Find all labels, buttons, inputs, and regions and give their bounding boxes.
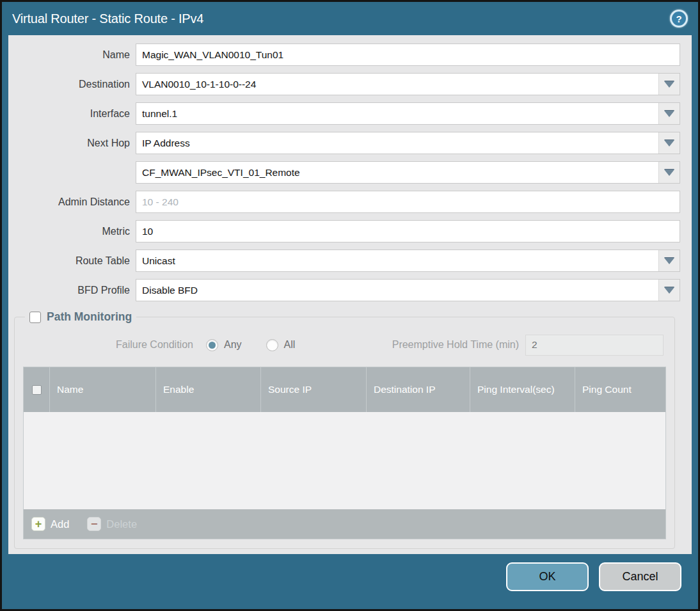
table-body-empty: [24, 412, 665, 509]
next-hop-address-dropdown-button[interactable]: [658, 162, 680, 183]
next-hop-label: Next Hop: [8, 138, 136, 149]
radio-icon: [206, 339, 218, 351]
interface-row: Interface tunnel.1: [8, 102, 680, 125]
failure-condition-any-radio[interactable]: Any: [206, 339, 242, 351]
metric-input[interactable]: [136, 220, 680, 242]
minus-icon: −: [87, 517, 101, 531]
name-label: Name: [8, 49, 136, 61]
dialog-titlebar: Virtual Router - Static Route - IPv4 ?: [2, 2, 698, 35]
next-hop-address-row: CF_MWAN_IPsec_VTI_01_Remote: [8, 161, 680, 184]
column-header-source-ip: Source IP: [260, 367, 366, 412]
add-button[interactable]: + Add: [31, 517, 69, 531]
column-header-ping-interval: Ping Interval(sec): [470, 367, 575, 412]
chevron-down-icon: [664, 287, 674, 294]
bfd-profile-label: BFD Profile: [8, 285, 136, 296]
help-icon[interactable]: ?: [670, 10, 688, 28]
path-monitoring-title: Path Monitoring: [47, 310, 132, 324]
interface-select[interactable]: tunnel.1: [136, 102, 680, 125]
add-button-label: Add: [51, 518, 69, 530]
column-header-ping-count: Ping Count: [575, 367, 665, 412]
plus-icon: +: [31, 517, 45, 531]
path-monitoring-checkbox[interactable]: [29, 312, 41, 323]
column-header-enable: Enable: [155, 367, 260, 412]
bfd-profile-dropdown-button[interactable]: [658, 280, 680, 301]
metric-label: Metric: [8, 226, 136, 237]
dialog-footer: OK Cancel: [2, 554, 698, 609]
chevron-down-icon: [664, 140, 674, 147]
route-table-label: Route Table: [8, 255, 136, 267]
column-header-destination-ip: Destination IP: [366, 367, 470, 412]
radio-icon: [266, 339, 278, 351]
select-all-header-cell: [24, 367, 49, 412]
select-all-checkbox[interactable]: [32, 385, 42, 395]
route-table-dropdown-button[interactable]: [658, 250, 680, 271]
destination-dropdown-button[interactable]: [658, 74, 680, 95]
interface-dropdown-button[interactable]: [658, 103, 680, 124]
name-input[interactable]: [136, 44, 680, 66]
metric-row: Metric: [8, 220, 680, 242]
route-table-row: Route Table Unicast: [8, 250, 680, 272]
failure-condition-row: Failure Condition Any All Preemptive Hol…: [116, 334, 664, 356]
failure-condition-all-radio[interactable]: All: [266, 339, 296, 351]
admin-distance-input[interactable]: [136, 191, 680, 213]
delete-button-label: Delete: [106, 518, 137, 530]
path-monitoring-table: Name Enable Source IP Destination IP Pin…: [23, 367, 666, 539]
route-table-value: Unicast: [136, 250, 658, 271]
admin-distance-label: Admin Distance: [8, 196, 136, 208]
delete-button[interactable]: − Delete: [87, 517, 137, 531]
next-hop-value: IP Address: [136, 132, 658, 154]
destination-value: VLAN0010_10-1-10-0--24: [136, 74, 658, 95]
failure-condition-any-label: Any: [224, 339, 242, 351]
name-row: Name: [8, 44, 680, 66]
chevron-down-icon: [664, 170, 674, 176]
path-monitoring-legend: Path Monitoring: [25, 310, 136, 324]
next-hop-dropdown-button[interactable]: [658, 132, 680, 154]
table-header-row: Name Enable Source IP Destination IP Pin…: [24, 367, 665, 412]
failure-condition-all-label: All: [284, 339, 296, 351]
bfd-profile-row: BFD Profile Disable BFD: [8, 279, 680, 301]
chevron-down-icon: [664, 111, 674, 117]
static-route-dialog: Virtual Router - Static Route - IPv4 ? N…: [0, 0, 700, 611]
path-monitoring-section: Path Monitoring Failure Condition Any Al…: [14, 310, 675, 549]
chevron-down-icon: [664, 81, 674, 88]
ok-button[interactable]: OK: [506, 562, 589, 591]
admin-distance-row: Admin Distance: [8, 191, 680, 213]
dialog-content: Name Destination VLAN0010_10-1-10-0--24 …: [8, 35, 692, 554]
destination-select[interactable]: VLAN0010_10-1-10-0--24: [136, 73, 680, 95]
destination-label: Destination: [8, 79, 136, 90]
route-table-select[interactable]: Unicast: [136, 250, 680, 272]
table-toolbar: + Add − Delete: [24, 509, 665, 539]
preemptive-hold-time-label: Preemptive Hold Time (min): [392, 339, 519, 351]
chevron-down-icon: [664, 258, 674, 264]
column-header-name: Name: [49, 367, 155, 412]
dialog-title: Virtual Router - Static Route - IPv4: [12, 12, 203, 26]
preemptive-hold-time-group: Preemptive Hold Time (min): [392, 335, 664, 356]
failure-condition-label: Failure Condition: [116, 339, 193, 351]
bfd-profile-value: Disable BFD: [136, 280, 658, 301]
bfd-profile-select[interactable]: Disable BFD: [136, 279, 680, 301]
cancel-button[interactable]: Cancel: [599, 562, 681, 591]
destination-row: Destination VLAN0010_10-1-10-0--24: [8, 73, 680, 95]
next-hop-select[interactable]: IP Address: [136, 132, 680, 154]
interface-value: tunnel.1: [136, 103, 658, 124]
interface-label: Interface: [8, 108, 136, 120]
next-hop-address-select[interactable]: CF_MWAN_IPsec_VTI_01_Remote: [136, 161, 680, 184]
next-hop-row: Next Hop IP Address: [8, 132, 680, 154]
preemptive-hold-time-input[interactable]: [525, 335, 664, 356]
next-hop-address-value: CF_MWAN_IPsec_VTI_01_Remote: [136, 162, 658, 183]
